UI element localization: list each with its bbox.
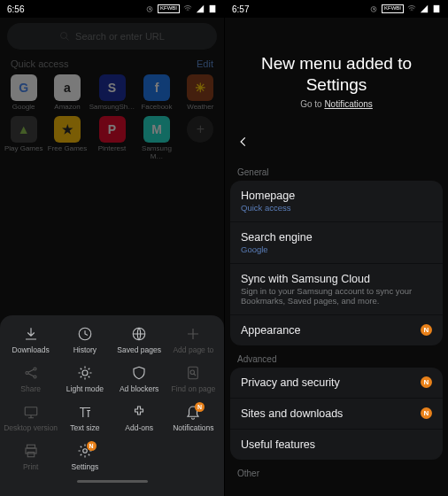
menu-label: Desktop version: [4, 423, 58, 432]
menu-globe[interactable]: Saved pages: [112, 326, 166, 354]
settings-row-sub: Google: [241, 244, 313, 254]
menu-clock[interactable]: History: [58, 326, 112, 354]
svg-point-7: [34, 376, 36, 378]
hero-title-line1: New menu added to: [261, 54, 412, 73]
search-bar[interactable]: Search or enter URL: [7, 23, 217, 50]
hero-sub-prefix: Go to: [300, 99, 324, 109]
menu-label: Settings: [72, 462, 99, 471]
menu-monitor: Desktop version: [4, 404, 58, 432]
settings-list-general: HomepageQuick access Search engineGoogle…: [230, 181, 443, 345]
menu-gear[interactable]: N Settings: [58, 443, 112, 471]
settings-row[interactable]: Sync with Samsung CloudSign in to your S…: [230, 264, 443, 315]
status-icons: KFWBI: [369, 4, 441, 13]
quick-access-item[interactable]: a Amazon: [45, 74, 89, 111]
settings-row-title: Privacy and security: [241, 376, 340, 389]
quick-access-item[interactable]: ▲ Play Games: [2, 116, 45, 160]
settings-row[interactable]: Privacy and security N: [230, 368, 443, 399]
quick-access-item[interactable]: M Samsung M…: [135, 116, 178, 160]
quick-access-item[interactable]: ☀ Weather: [179, 74, 222, 111]
settings-row[interactable]: Sites and downloads N: [230, 399, 443, 430]
svg-point-2: [61, 33, 67, 39]
back-icon[interactable]: [237, 136, 250, 148]
plus-icon: +: [187, 116, 213, 143]
svg-point-8: [82, 370, 88, 376]
settings-row-title: Appearance: [241, 324, 300, 337]
status-badge: KFWBI: [158, 4, 180, 12]
menu-download[interactable]: Downloads: [4, 326, 58, 354]
search-placeholder: Search or enter URL: [75, 31, 165, 42]
menu-shield[interactable]: Ad blockers: [112, 365, 166, 393]
menu-grid: Downloads History Saved pages Add page t…: [4, 326, 220, 471]
new-badge: N: [421, 376, 432, 388]
svg-rect-17: [434, 5, 440, 12]
menu-sun[interactable]: Light mode: [58, 365, 112, 393]
sun-icon: [77, 365, 93, 381]
quick-access-item[interactable]: P Pinterest: [89, 116, 135, 160]
status-badge: KFWBI: [382, 4, 404, 12]
svg-point-5: [26, 372, 28, 375]
home-pill[interactable]: [77, 480, 148, 483]
settings-row-text: Sync with Samsung CloudSign in to your S…: [241, 273, 432, 306]
menu-text[interactable]: Text size: [58, 404, 112, 432]
menu-share: Share: [4, 365, 58, 393]
qa-label: Pinterest: [98, 144, 127, 152]
status-bar: 6:57 KFWBI: [225, 0, 448, 18]
alarm-icon: [145, 4, 154, 13]
settings-scroll[interactable]: New menu added to Settings Go to Notific…: [225, 18, 448, 496]
plus-icon: [185, 326, 201, 342]
dimmed-content: Search or enter URL Quick access Edit G …: [0, 18, 224, 164]
quick-access-grid: G Googlea AmazonS SamsungSh…f Facebook☀ …: [0, 71, 224, 164]
menu-label: Print: [23, 462, 38, 471]
menu-label: Downloads: [12, 345, 50, 354]
svg-rect-11: [25, 407, 37, 415]
status-icons: KFWBI: [145, 4, 217, 13]
new-badge: N: [421, 324, 432, 336]
quick-access-header: Quick access Edit: [0, 53, 224, 71]
phone-home: 6:56 KFWBI Search or enter URL Quick acc…: [0, 0, 224, 496]
menu-puzzle[interactable]: Add-ons: [112, 404, 166, 432]
qa-icon: ★: [54, 116, 81, 143]
settings-row[interactable]: Search engineGoogle: [230, 222, 443, 264]
settings-row-title: Homepage: [241, 190, 295, 202]
settings-row[interactable]: HomepageQuick access: [230, 181, 443, 222]
qa-label: Google: [12, 103, 35, 111]
quick-access-add[interactable]: +: [179, 116, 222, 160]
quick-access-item[interactable]: G Google: [2, 74, 45, 111]
section-advanced-label: Advanced: [225, 345, 448, 368]
notifications-link[interactable]: Notifications: [324, 99, 372, 109]
quick-access-item[interactable]: S SamsungSh…: [89, 74, 135, 111]
quick-access-item[interactable]: ★ Free Games: [45, 116, 89, 160]
qa-label: Free Games: [48, 144, 87, 152]
svg-rect-9: [189, 367, 198, 379]
settings-row[interactable]: Appearance N: [230, 315, 443, 345]
menu-plus: Add page to: [166, 326, 220, 354]
monitor-icon: [23, 404, 39, 420]
svg-point-6: [34, 368, 36, 370]
new-badge: N: [195, 402, 205, 412]
qa-label: Play Games: [4, 144, 43, 152]
qa-icon: ☀: [187, 74, 213, 101]
qa-label: Amazon: [54, 103, 80, 111]
battery-icon: [432, 4, 441, 13]
search-icon: [59, 31, 70, 42]
qa-label: Samsung M…: [135, 144, 178, 160]
settings-row[interactable]: Useful features: [230, 430, 443, 460]
settings-row-sub: Sign in to your Samsung account to sync …: [241, 286, 432, 306]
menu-bell[interactable]: N Notifications: [166, 404, 220, 432]
menu-label: Light mode: [66, 384, 104, 393]
settings-row-sub: Quick access: [241, 203, 295, 213]
hero-subtitle: Go to Notifications: [236, 99, 437, 109]
battery-icon: [208, 4, 217, 13]
menu-label: Notifications: [173, 423, 213, 432]
search-doc-icon: [185, 365, 201, 381]
qa-icon: M: [143, 116, 170, 143]
settings-row-title: Search engine: [241, 231, 313, 244]
globe-icon: [131, 326, 147, 342]
menu-label: Find on page: [172, 384, 216, 393]
quick-access-item[interactable]: f Facebook: [135, 74, 178, 111]
qa-icon: ▲: [11, 116, 37, 143]
settings-row-title: Sites and downloads: [241, 407, 343, 420]
hero-title-line2: Settings: [306, 75, 367, 94]
qa-icon: S: [99, 74, 126, 101]
edit-button[interactable]: Edit: [197, 58, 213, 69]
